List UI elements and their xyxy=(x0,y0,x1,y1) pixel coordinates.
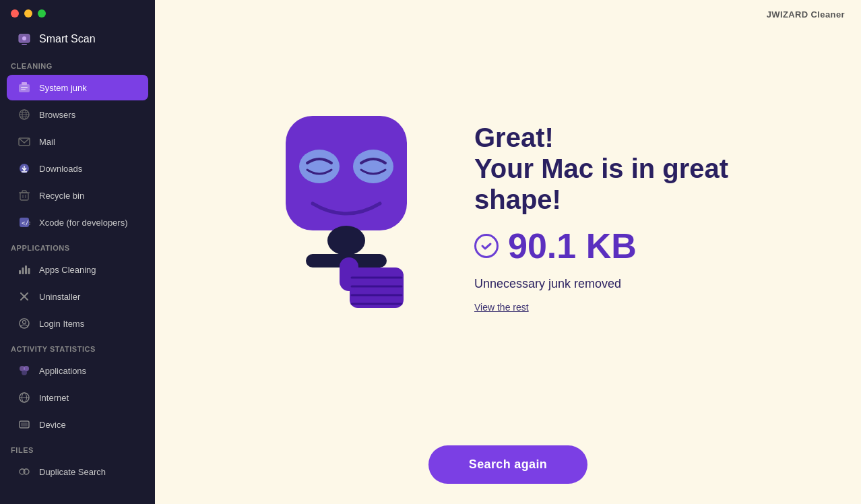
robot-svg xyxy=(252,96,427,338)
device-icon xyxy=(18,418,31,431)
svg-point-1 xyxy=(22,36,26,40)
sidebar-item-label: Xcode (for developers) xyxy=(39,218,128,228)
sidebar-item-recycle-bin[interactable]: Recycle bin xyxy=(7,183,148,208)
uninstaller-icon xyxy=(18,290,31,303)
system-junk-icon xyxy=(18,81,31,94)
sidebar-item-label: Internet xyxy=(39,393,69,403)
maximize-button[interactable] xyxy=(38,9,46,18)
minimize-button[interactable] xyxy=(24,9,32,18)
section-label-activity: Activity statistics xyxy=(0,337,155,357)
sidebar-item-label: Browsers xyxy=(39,110,75,120)
sidebar-item-label: Smart Scan xyxy=(39,33,96,45)
content-area: Great! Your Mac is in great shape! 90.1 … xyxy=(155,29,861,445)
sidebar-item-label: Duplicate Search xyxy=(39,467,106,477)
result-area: Great! Your Mac is in great shape! 90.1 … xyxy=(474,122,771,313)
section-label-files: Files xyxy=(0,438,155,458)
sidebar-item-duplicate-search[interactable]: Duplicate Search xyxy=(7,459,148,484)
sidebar-item-smart-scan[interactable]: Smart Scan xyxy=(7,26,148,53)
sidebar-item-apps-cleaning[interactable]: Apps Cleaning xyxy=(7,257,148,282)
svg-rect-27 xyxy=(25,265,27,274)
mail-icon xyxy=(18,135,31,148)
svg-rect-45 xyxy=(353,150,393,183)
sidebar-item-label: Downloads xyxy=(39,164,82,174)
app-title: JWIZARD Cleaner xyxy=(767,9,845,20)
sidebar-item-xcode[interactable]: </> Xcode (for developers) xyxy=(7,210,148,235)
smart-scan-icon xyxy=(18,32,31,46)
svg-rect-5 xyxy=(21,87,28,88)
result-subtitle: Unnecessary junk removed xyxy=(474,277,771,291)
sidebar-item-applications[interactable]: Applications xyxy=(7,358,148,383)
internet-icon xyxy=(18,391,31,404)
svg-rect-26 xyxy=(22,267,24,274)
xcode-icon: </> xyxy=(18,216,31,229)
sidebar-item-label: Device xyxy=(39,420,66,430)
sidebar-item-login-items[interactable]: Login Items xyxy=(7,311,148,336)
recycle-bin-icon xyxy=(18,189,31,202)
svg-rect-44 xyxy=(299,150,340,183)
sidebar-item-label: Recycle bin xyxy=(39,191,84,201)
result-size-row: 90.1 KB xyxy=(474,226,771,266)
view-rest-link[interactable]: View the rest xyxy=(474,302,771,313)
svg-rect-25 xyxy=(19,270,21,274)
main-content: JWIZARD Cleaner xyxy=(155,0,861,504)
sidebar-item-label: Login Items xyxy=(39,319,84,329)
svg-rect-16 xyxy=(20,193,28,200)
svg-rect-3 xyxy=(19,84,30,92)
result-title: Great! Your Mac is in great shape! xyxy=(474,122,771,215)
sidebar-item-browsers[interactable]: Browsers xyxy=(7,102,148,127)
svg-rect-40 xyxy=(21,422,28,427)
section-label-cleaning: Cleaning xyxy=(0,54,155,74)
browsers-icon xyxy=(18,108,31,121)
robot-illustration xyxy=(245,89,434,345)
duplicate-search-icon xyxy=(18,465,31,478)
svg-rect-28 xyxy=(28,268,30,274)
sidebar-item-label: Apps Cleaning xyxy=(39,265,96,275)
login-items-icon xyxy=(18,317,31,330)
search-again-button[interactable]: Search again xyxy=(428,445,587,484)
sidebar-item-system-junk[interactable]: System junk xyxy=(7,75,148,100)
svg-rect-6 xyxy=(21,89,26,90)
sidebar: Smart Scan Cleaning System junk Browsers xyxy=(0,0,155,504)
sidebar-item-label: System junk xyxy=(39,83,87,93)
sidebar-item-internet[interactable]: Internet xyxy=(7,385,148,410)
sidebar-item-device[interactable]: Device xyxy=(7,412,148,437)
sidebar-item-label: Uninstaller xyxy=(39,292,80,302)
sidebar-item-downloads[interactable]: Downloads xyxy=(7,156,148,181)
sidebar-item-label: Mail xyxy=(39,137,55,147)
traffic-lights xyxy=(0,0,155,24)
top-bar: JWIZARD Cleaner xyxy=(155,0,861,29)
downloads-icon xyxy=(18,162,31,175)
result-size: 90.1 KB xyxy=(508,226,637,266)
svg-rect-4 xyxy=(22,82,27,85)
bottom-bar: Search again xyxy=(155,445,861,504)
svg-point-46 xyxy=(327,226,365,255)
svg-text:</>: </> xyxy=(22,220,30,226)
section-label-applications: Applications xyxy=(0,236,155,256)
sidebar-item-uninstaller[interactable]: Uninstaller xyxy=(7,284,148,309)
applications-icon xyxy=(18,364,31,377)
apps-cleaning-icon xyxy=(18,263,31,276)
check-circle-icon xyxy=(474,234,499,258)
close-button[interactable] xyxy=(11,9,19,18)
sidebar-item-mail[interactable]: Mail xyxy=(7,129,148,154)
svg-point-42 xyxy=(24,469,29,474)
svg-point-32 xyxy=(23,321,26,324)
sidebar-item-label: Applications xyxy=(39,366,86,376)
svg-point-35 xyxy=(22,370,27,375)
svg-rect-2 xyxy=(22,44,27,45)
